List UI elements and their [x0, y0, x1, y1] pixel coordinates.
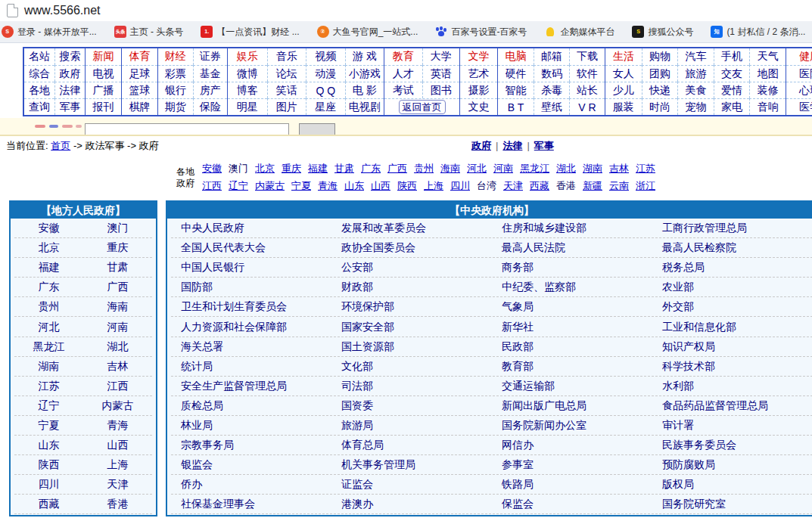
nav-category-link[interactable]: 名站: [29, 50, 50, 64]
search-button[interactable]: [299, 123, 335, 136]
nav-category-link[interactable]: 图书: [431, 84, 452, 98]
local-government-link[interactable]: 安徽: [39, 222, 60, 234]
nav-category-link[interactable]: 博客: [237, 84, 258, 98]
central-institution-link[interactable]: 版权局: [662, 478, 694, 490]
region-link[interactable]: 江苏: [636, 162, 655, 175]
central-institution-link[interactable]: 中纪委、监察部: [502, 281, 576, 293]
central-institution-link[interactable]: 食品药品监督管理总局: [662, 399, 768, 411]
nav-category-link[interactable]: 下载: [577, 50, 598, 64]
region-link[interactable]: 黑龙江: [520, 162, 549, 175]
nav-category-link[interactable]: B T: [508, 101, 524, 113]
nav-category-link[interactable]: 爱情: [721, 84, 742, 98]
nav-category-link[interactable]: 动漫: [315, 67, 336, 81]
nav-category-link[interactable]: 音响: [758, 101, 779, 114]
nav-category-link[interactable]: 壁纸: [541, 101, 562, 114]
nav-category-link[interactable]: 软件: [577, 67, 598, 81]
local-government-link[interactable]: 西藏: [39, 498, 60, 510]
return-home-button[interactable]: 返回首页: [399, 100, 446, 114]
region-link[interactable]: 天津: [503, 179, 523, 193]
region-link[interactable]: 河南: [493, 162, 513, 175]
central-institution-link[interactable]: 水利部: [662, 380, 694, 392]
nav-category-link[interactable]: 天气: [758, 50, 779, 64]
region-link[interactable]: 西藏: [530, 179, 549, 193]
nav-category-link[interactable]: 英语: [431, 67, 452, 81]
central-institution-link[interactable]: 住房和城乡建设部: [502, 222, 586, 234]
central-institution-link[interactable]: 人力资源和社会保障部: [181, 321, 287, 333]
nav-category-link[interactable]: 团购: [649, 67, 670, 81]
nav-category-link[interactable]: 游 戏: [353, 50, 377, 64]
nav-category-link[interactable]: 邮箱: [541, 50, 562, 64]
region-link[interactable]: 重庆: [282, 162, 301, 175]
local-government-link[interactable]: 湖南: [39, 360, 60, 372]
region-link[interactable]: 内蒙古: [255, 179, 285, 193]
region-link[interactable]: 江西: [202, 179, 222, 193]
nav-category-link[interactable]: 基金: [200, 67, 221, 81]
nav-category-link[interactable]: V R: [578, 101, 596, 113]
nav-category-link[interactable]: 期货: [165, 101, 186, 114]
central-institution-link[interactable]: 质检总局: [181, 399, 223, 411]
central-institution-link[interactable]: 国资委: [341, 399, 373, 411]
local-government-link[interactable]: 天津: [107, 478, 129, 490]
nav-category-link[interactable]: 交友: [721, 67, 742, 81]
central-institution-link[interactable]: 体育总局: [341, 439, 384, 451]
local-government-link[interactable]: 甘肃: [107, 261, 129, 273]
region-link[interactable]: 辽宁: [229, 179, 248, 193]
nav-category-link[interactable]: 体育: [129, 50, 151, 64]
central-institution-link[interactable]: 税务总局: [662, 261, 705, 273]
central-institution-link[interactable]: 文化部: [341, 360, 373, 372]
central-institution-link[interactable]: 保监会: [502, 498, 534, 510]
nav-category-link[interactable]: 笑话: [276, 84, 297, 98]
region-link[interactable]: 新疆: [583, 179, 602, 193]
region-link[interactable]: 青海: [318, 179, 338, 193]
nav-category-link[interactable]: 视频: [315, 50, 336, 64]
region-link[interactable]: 安徽: [202, 162, 222, 175]
nav-category-link[interactable]: Q Q: [316, 85, 335, 97]
central-institution-link[interactable]: 国土资源部: [341, 340, 394, 352]
local-government-link[interactable]: 黑龙江: [33, 340, 65, 352]
nav-category-link[interactable]: 文史: [468, 101, 490, 114]
nav-category-link[interactable]: 星座: [315, 101, 336, 114]
central-institution-link[interactable]: 政协全国委员会: [341, 241, 415, 253]
nav-category-link[interactable]: 旅游: [685, 67, 706, 81]
local-government-link[interactable]: 广西: [107, 281, 129, 293]
central-institution-link[interactable]: 中央人民政府: [181, 222, 244, 234]
nav-category-link[interactable]: 宠物: [685, 101, 706, 114]
central-institution-link[interactable]: 国防部: [181, 281, 213, 293]
nav-category-link[interactable]: 服装: [613, 101, 634, 114]
nav-category-link[interactable]: 数码: [541, 67, 562, 81]
nav-category-link[interactable]: 教育: [393, 50, 414, 64]
nav-category-link[interactable]: 搜索: [60, 50, 81, 64]
local-government-link[interactable]: 宁夏: [39, 419, 60, 431]
local-government-link[interactable]: 河北: [39, 321, 60, 333]
local-government-link[interactable]: 福建: [39, 261, 60, 273]
nav-category-link[interactable]: 大学: [431, 50, 452, 64]
nav-category-link[interactable]: 装修: [758, 84, 779, 98]
nav-category-link[interactable]: 少儿: [613, 84, 634, 98]
region-link[interactable]: 陕西: [397, 179, 417, 193]
central-institution-link[interactable]: 外交部: [662, 300, 694, 312]
region-link[interactable]: 台湾: [477, 179, 496, 193]
region-link[interactable]: 宁夏: [291, 179, 311, 193]
central-institution-link[interactable]: 新华社: [502, 321, 534, 333]
nav-category-link[interactable]: 棋牌: [129, 101, 151, 114]
local-government-link[interactable]: 山东: [39, 439, 60, 451]
local-government-link[interactable]: 江西: [107, 380, 129, 392]
nav-category-link[interactable]: 图片: [276, 101, 297, 114]
nav-category-link[interactable]: 娱乐: [237, 50, 258, 64]
region-link[interactable]: 河北: [467, 162, 487, 175]
local-government-link[interactable]: 四川: [39, 478, 60, 490]
bookmark-item[interactable]: 知(1 封私信 / 2 条消...: [711, 26, 805, 39]
nav-category-link[interactable]: 电脑: [506, 50, 527, 64]
central-institution-link[interactable]: 工商行政管理总局: [662, 222, 747, 234]
nav-category-link[interactable]: 保险: [200, 101, 221, 114]
central-institution-link[interactable]: 林业局: [181, 419, 213, 431]
central-institution-link[interactable]: 教育部: [502, 360, 534, 372]
nav-category-link[interactable]: 地图: [758, 67, 779, 81]
local-government-link[interactable]: 澳门: [107, 222, 129, 234]
nav-category-link[interactable]: 新闻: [93, 50, 114, 64]
nav-category-link[interactable]: 报刊: [93, 101, 114, 114]
local-government-link[interactable]: 山西: [107, 439, 129, 451]
breadcrumb-quick-link[interactable]: 政府: [471, 140, 491, 151]
central-institution-link[interactable]: 财政部: [341, 281, 373, 293]
region-link[interactable]: 云南: [609, 179, 629, 193]
